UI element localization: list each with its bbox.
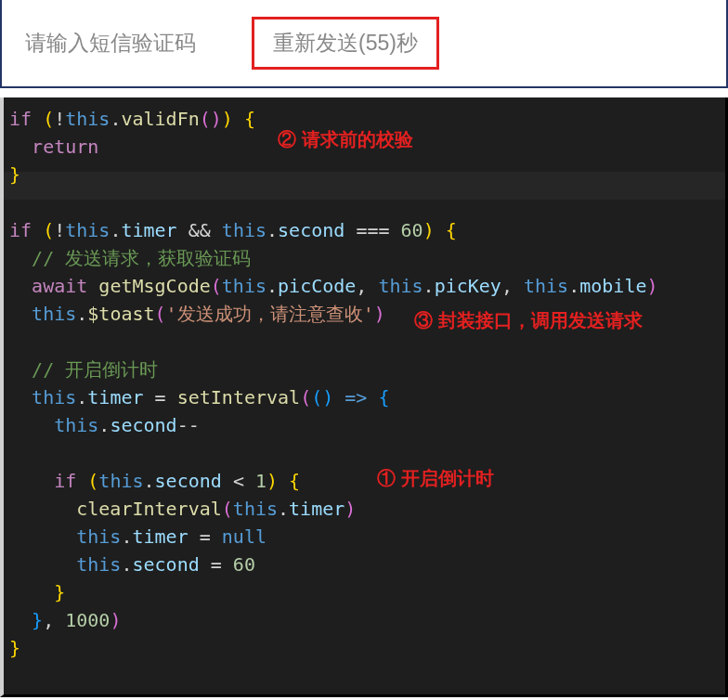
resend-button[interactable]: 重新发送(55)秒: [252, 17, 439, 70]
hover-line: [4, 172, 725, 200]
annotation-1: ① 开启倒计时: [377, 464, 494, 492]
code-editor[interactable]: ② 请求前的校验 ③ 封装接口，调用发送请求 ① 开启倒计时 if (!this…: [0, 97, 728, 697]
annotation-3: ③ 封装接口，调用发送请求: [414, 306, 643, 334]
ui-panel: 请输入短信验证码 重新发送(55)秒: [0, 0, 728, 88]
sms-input-placeholder[interactable]: 请输入短信验证码: [25, 29, 196, 58]
annotation-2: ② 请求前的校验: [278, 125, 413, 153]
sms-form-row: 请输入短信验证码 重新发送(55)秒: [2, 0, 726, 86]
